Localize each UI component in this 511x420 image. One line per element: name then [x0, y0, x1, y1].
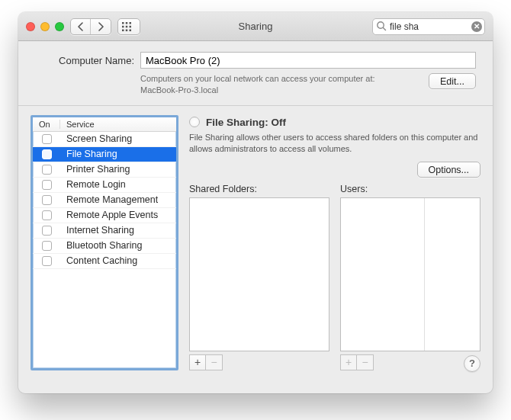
service-row[interactable]: Remote Login — [33, 178, 176, 193]
users-perm-subcolumn — [425, 198, 480, 350]
svg-rect-8 — [130, 29, 132, 31]
options-button[interactable]: Options... — [417, 162, 481, 178]
computer-name-section: Computer Name: Computers on your local n… — [18, 41, 493, 105]
svg-line-10 — [383, 27, 385, 30]
svg-rect-4 — [126, 25, 128, 27]
service-row[interactable]: File Sharing — [33, 147, 176, 162]
service-row[interactable]: Remote Apple Events — [33, 208, 176, 223]
svg-rect-2 — [130, 22, 132, 24]
status-description: File Sharing allows other users to acces… — [189, 132, 480, 155]
svg-rect-0 — [122, 22, 124, 24]
nav-back-forward — [70, 18, 111, 35]
service-row[interactable]: Content Caching — [33, 254, 176, 269]
service-name: Remote Login — [60, 179, 126, 190]
service-checkbox[interactable] — [42, 180, 52, 190]
chevron-left-icon — [77, 22, 84, 31]
remove-folder-button[interactable]: − — [206, 354, 223, 370]
grid-icon — [121, 21, 132, 32]
preferences-window: Sharing ✕ Computer Name: Computers on yo… — [18, 12, 493, 393]
shared-folders-column: Shared Folders: + − — [189, 184, 329, 370]
service-name: Printer Sharing — [60, 164, 130, 175]
status-title: File Sharing: Off — [206, 117, 286, 128]
service-name: Remote Management — [60, 194, 158, 205]
svg-rect-6 — [122, 29, 124, 31]
window-controls — [26, 22, 64, 31]
service-name: Content Caching — [60, 255, 137, 266]
chevron-right-icon — [98, 22, 104, 31]
users-column: Users: + − — [340, 184, 480, 370]
search-field-wrap: ✕ — [372, 18, 485, 35]
show-all-button[interactable] — [117, 18, 140, 35]
service-name: Internet Sharing — [60, 225, 134, 236]
service-name: Remote Apple Events — [60, 210, 158, 220]
services-list: Screen SharingFile SharingPrinter Sharin… — [33, 132, 176, 368]
computer-name-input[interactable] — [140, 52, 476, 69]
service-checkbox[interactable] — [42, 210, 52, 220]
clear-search-button[interactable]: ✕ — [471, 21, 482, 32]
zoom-window-button[interactable] — [55, 22, 64, 31]
toolbar: Sharing ✕ — [18, 12, 493, 41]
shared-folders-list[interactable] — [189, 197, 329, 351]
svg-rect-1 — [126, 22, 128, 24]
service-checkbox[interactable] — [42, 241, 52, 251]
svg-rect-5 — [130, 25, 132, 27]
users-name-subcolumn — [341, 198, 425, 350]
service-row[interactable]: Screen Sharing — [33, 132, 176, 147]
computer-name-label: Computer Name: — [35, 55, 134, 66]
svg-rect-7 — [126, 29, 128, 31]
service-name: File Sharing — [60, 149, 117, 159]
minimize-window-button[interactable] — [40, 22, 50, 31]
edit-hostname-button[interactable]: Edit... — [429, 73, 476, 89]
add-folder-button[interactable]: + — [189, 354, 206, 370]
service-row[interactable]: Printer Sharing — [33, 162, 176, 178]
search-icon — [376, 21, 387, 31]
service-checkbox[interactable] — [42, 195, 52, 205]
svg-rect-3 — [122, 25, 124, 27]
service-row[interactable]: Remote Management — [33, 193, 176, 208]
services-table[interactable]: On Service Screen SharingFile SharingPri… — [31, 115, 178, 370]
service-name: Bluetooth Sharing — [60, 240, 142, 251]
service-checkbox[interactable] — [42, 149, 52, 159]
users-list[interactable] — [340, 197, 480, 351]
users-label: Users: — [340, 184, 480, 194]
add-user-button[interactable]: + — [340, 354, 357, 370]
service-checkbox[interactable] — [42, 134, 52, 144]
back-button[interactable] — [71, 19, 91, 34]
service-checkbox[interactable] — [42, 256, 52, 266]
forward-button[interactable] — [91, 19, 111, 34]
service-name: Screen Sharing — [60, 133, 132, 144]
services-panel: On Service Screen SharingFile SharingPri… — [18, 105, 493, 380]
col-on-header: On — [33, 120, 60, 129]
col-service-header: Service — [60, 120, 95, 129]
service-checkbox[interactable] — [42, 165, 52, 175]
computer-name-hint: Computers on your local network can acce… — [140, 73, 429, 96]
remove-user-button[interactable]: − — [357, 354, 374, 370]
services-header: On Service — [33, 117, 176, 132]
hostname-text: MacBook-Pro-3.local — [140, 85, 429, 96]
shared-folders-label: Shared Folders: — [189, 184, 329, 194]
hint-text: Computers on your local network can acce… — [140, 74, 375, 83]
service-row[interactable]: Bluetooth Sharing — [33, 239, 176, 254]
service-row[interactable]: Internet Sharing — [33, 223, 176, 239]
help-button[interactable]: ? — [464, 355, 480, 372]
status-indicator-icon — [189, 117, 200, 127]
service-checkbox[interactable] — [42, 226, 52, 236]
search-input[interactable] — [372, 18, 485, 35]
service-detail: File Sharing: Off File Sharing allows ot… — [189, 115, 480, 370]
close-window-button[interactable] — [26, 22, 35, 31]
